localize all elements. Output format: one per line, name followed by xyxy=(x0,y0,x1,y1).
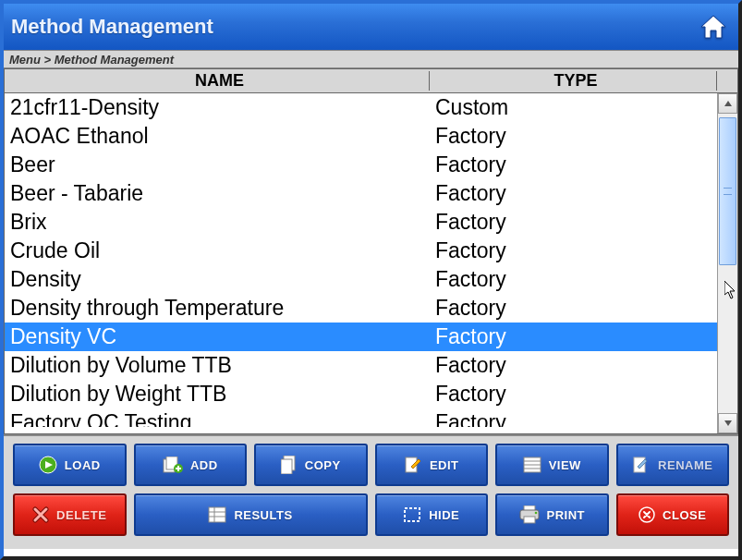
print-icon xyxy=(519,505,540,524)
cell-type: Factory xyxy=(430,380,717,408)
hide-icon xyxy=(403,506,421,523)
home-icon xyxy=(699,14,727,40)
home-button[interactable] xyxy=(698,11,729,43)
cell-name: Density VC xyxy=(5,323,430,351)
cell-type: Factory xyxy=(430,294,717,323)
cell-name: Dilution by Volume TTB xyxy=(5,351,430,380)
vertical-scrollbar[interactable] xyxy=(717,93,737,433)
load-icon xyxy=(39,456,57,474)
results-button[interactable]: RESULTS xyxy=(134,493,368,536)
cell-type: Factory xyxy=(430,208,717,237)
cell-name: Factory QC Testing xyxy=(5,408,430,427)
add-icon xyxy=(163,457,183,473)
table-row[interactable]: Crude OilFactory xyxy=(5,237,717,265)
svg-rect-16 xyxy=(405,508,420,521)
cell-type: Factory xyxy=(430,237,717,265)
rename-label: RENAME xyxy=(658,458,712,472)
table-row[interactable]: 21cfr11-DensityCustom xyxy=(5,93,717,122)
cell-name: Dilution by Weight TTB xyxy=(5,380,430,408)
print-button[interactable]: PRINT xyxy=(495,493,609,536)
hide-label: HIDE xyxy=(429,508,459,522)
cell-name: Beer - Tabarie xyxy=(5,179,430,208)
copy-label: COPY xyxy=(305,458,341,472)
add-button[interactable]: ADD xyxy=(134,444,248,486)
table-row[interactable]: BrixFactory xyxy=(5,208,717,237)
close-button[interactable]: CLOSE xyxy=(616,493,730,536)
delete-label: DELETE xyxy=(56,508,106,522)
svg-rect-12 xyxy=(209,507,225,522)
cell-name: Density xyxy=(5,265,430,294)
delete-button[interactable]: DELETE xyxy=(13,493,127,536)
view-icon xyxy=(523,457,541,473)
cell-name: 21cfr11-Density xyxy=(5,93,430,122)
view-label: VIEW xyxy=(549,458,581,472)
edit-button[interactable]: EDIT xyxy=(375,444,489,486)
add-label: ADD xyxy=(190,458,218,472)
chevron-down-icon xyxy=(724,420,732,426)
cell-name: Density through Temperature xyxy=(5,294,430,323)
results-icon xyxy=(208,506,226,523)
svg-point-20 xyxy=(534,512,537,515)
copy-icon xyxy=(281,456,298,474)
title-bar: Method Management xyxy=(4,4,738,50)
breadcrumb: Menu > Method Management xyxy=(4,50,738,68)
table-row[interactable]: Density through TemperatureFactory xyxy=(5,294,717,323)
print-label: PRINT xyxy=(547,508,586,522)
cell-name: Crude Oil xyxy=(5,237,430,265)
column-header-type[interactable]: TYPE xyxy=(430,71,717,91)
page-title: Method Management xyxy=(11,15,213,39)
table-row[interactable]: Beer - TabarieFactory xyxy=(5,179,717,208)
cell-type: Factory xyxy=(430,323,717,351)
cell-type: Factory xyxy=(430,122,717,151)
rename-button[interactable]: RENAME xyxy=(616,444,730,486)
action-bar: LOAD ADD COPY EDIT VIEW xyxy=(4,434,738,549)
cell-name: Brix xyxy=(5,208,430,237)
table-row[interactable]: Dilution by Volume TTBFactory xyxy=(5,351,717,380)
scroll-up-button[interactable] xyxy=(718,93,737,114)
delete-icon xyxy=(32,506,49,523)
rename-icon xyxy=(632,456,651,474)
table-row[interactable]: DensityFactory xyxy=(5,265,717,294)
cell-type: Factory xyxy=(430,265,717,294)
results-label: RESULTS xyxy=(234,508,292,522)
edit-icon xyxy=(404,456,422,474)
table-row[interactable]: BeerFactory xyxy=(5,151,717,179)
table-row[interactable]: Dilution by Weight TTBFactory xyxy=(5,380,717,408)
close-icon xyxy=(639,506,655,523)
svg-rect-5 xyxy=(281,459,292,474)
cell-type: Custom xyxy=(430,93,717,122)
cell-type: Factory xyxy=(430,408,717,427)
scroll-track[interactable] xyxy=(718,114,737,413)
method-table: NAME TYPE 21cfr11-DensityCustomAOAC Etha… xyxy=(4,68,738,434)
cell-name: Beer xyxy=(5,151,430,179)
cell-type: Factory xyxy=(430,351,717,380)
close-label: CLOSE xyxy=(663,508,706,522)
table-row[interactable]: Density VCFactory xyxy=(5,323,717,351)
table-row[interactable]: AOAC EthanolFactory xyxy=(5,122,717,151)
column-header-name[interactable]: NAME xyxy=(5,71,430,91)
edit-label: EDIT xyxy=(430,458,459,472)
table-body: 21cfr11-DensityCustomAOAC EthanolFactory… xyxy=(5,93,717,433)
table-row[interactable]: Factory QC TestingFactory xyxy=(5,408,717,427)
chevron-up-icon xyxy=(724,101,732,106)
scroll-down-button[interactable] xyxy=(718,413,737,433)
load-button[interactable]: LOAD xyxy=(13,444,127,486)
copy-button[interactable]: COPY xyxy=(254,444,368,486)
table-header: NAME TYPE xyxy=(5,69,737,93)
hide-button[interactable]: HIDE xyxy=(375,493,489,536)
cell-name: AOAC Ethanol xyxy=(5,122,430,151)
scroll-thumb[interactable] xyxy=(719,117,736,265)
cell-type: Factory xyxy=(430,179,717,208)
cell-type: Factory xyxy=(430,151,717,179)
view-button[interactable]: VIEW xyxy=(495,444,609,486)
load-label: LOAD xyxy=(65,458,101,472)
svg-rect-19 xyxy=(524,517,535,523)
